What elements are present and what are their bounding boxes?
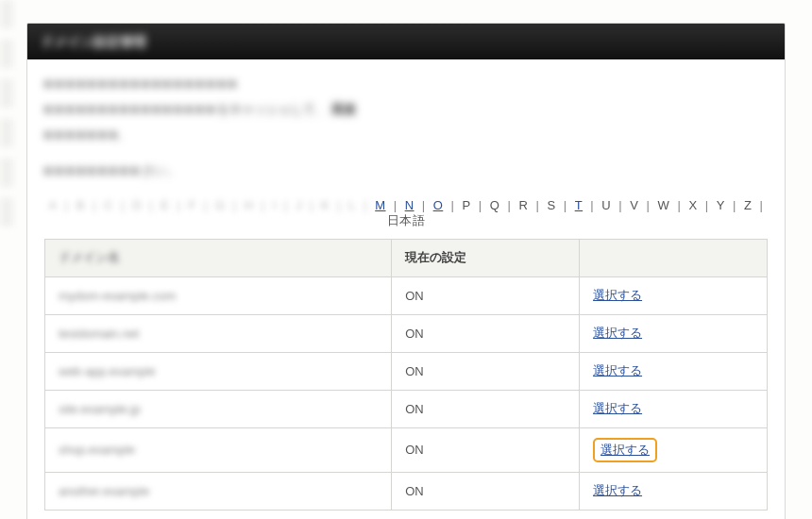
table-header-row: ドメイン名 現在の設定 xyxy=(45,239,768,276)
cell-status: ON xyxy=(392,276,580,314)
alpha-S[interactable]: S xyxy=(545,198,557,212)
alpha-V[interactable]: V xyxy=(628,198,640,212)
cell-action: 選択する xyxy=(580,352,768,390)
cell-domain: testdomain.net xyxy=(45,314,392,352)
alpha-J: J xyxy=(294,198,304,212)
alpha-Y[interactable]: Y xyxy=(715,198,727,212)
cell-domain: mydom-example.com xyxy=(45,276,392,314)
table-row: web-app.exampleON選択する xyxy=(45,352,768,390)
cell-domain: another.example xyxy=(45,472,392,510)
desc-line-2: ■ ■ ■ ■ ■ ■ ■ ■ ■ ■ ■ ■ ■ ■ ■ ■ をキャッシュして… xyxy=(44,100,768,120)
cell-status: ON xyxy=(392,352,580,390)
col-header-status: 現在の設定 xyxy=(392,239,580,276)
alpha-B: B xyxy=(75,198,87,212)
desc-line-1: ■ ■ ■ ■ ■ ■ ■ ■ ■ ■ ■ ■ ■ ■ ■ ■ ■ ■ xyxy=(44,75,768,94)
alpha-日本語[interactable]: 日本語 xyxy=(385,213,428,227)
table-row: shop.exampleON選択する xyxy=(45,427,768,472)
alpha-E: E xyxy=(159,198,171,212)
table-row: site.example.jpON選択する xyxy=(45,390,768,427)
alpha-K: K xyxy=(319,198,331,212)
col-header-domain: ドメイン名 xyxy=(45,239,392,276)
cell-action: 選択する xyxy=(580,427,768,472)
select-link[interactable]: 選択する xyxy=(593,363,642,377)
alpha-X[interactable]: X xyxy=(686,198,699,212)
select-link[interactable]: 選択する xyxy=(593,483,642,497)
domains-table: ドメイン名 現在の設定 mydom-example.comON選択するtestd… xyxy=(44,239,768,511)
alpha-H: H xyxy=(243,198,256,212)
alpha-Z[interactable]: Z xyxy=(742,198,753,212)
desc-line-3: ■ ■ ■ ■ ■ ■ ■。 xyxy=(44,126,768,145)
alpha-O[interactable]: O xyxy=(431,198,446,212)
alpha-Q[interactable]: Q xyxy=(488,198,502,212)
cell-domain: site.example.jp xyxy=(45,390,392,427)
cell-status: ON xyxy=(392,427,580,472)
alpha-G: G xyxy=(213,198,228,212)
cell-action: 選択する xyxy=(580,276,768,314)
alpha-R[interactable]: R xyxy=(516,198,530,212)
alpha-I: I xyxy=(271,198,279,212)
select-link[interactable]: 選択する xyxy=(593,326,642,340)
card-title: ドメイン設定管理 xyxy=(27,24,785,59)
table-row: mydom-example.comON選択する xyxy=(45,276,768,314)
cell-domain: shop.example xyxy=(45,427,392,472)
alpha-T[interactable]: T xyxy=(573,198,584,212)
cell-action: 選択する xyxy=(580,472,768,510)
card-body: ■ ■ ■ ■ ■ ■ ■ ■ ■ ■ ■ ■ ■ ■ ■ ■ ■ ■ ■ ■ … xyxy=(27,59,785,519)
cell-status: ON xyxy=(392,390,580,427)
alpha-W[interactable]: W xyxy=(656,198,672,212)
page-root: ドメイン設定管理 ■ ■ ■ ■ ■ ■ ■ ■ ■ ■ ■ ■ ■ ■ ■ ■… xyxy=(0,0,812,519)
select-link[interactable]: 選択する xyxy=(601,443,650,457)
cell-domain: web-app.example xyxy=(45,352,392,390)
alpha-N[interactable]: N xyxy=(403,198,416,212)
cell-status: ON xyxy=(392,314,580,352)
alpha-D: D xyxy=(130,198,144,212)
table-body: mydom-example.comON選択するtestdomain.netON選… xyxy=(45,276,768,510)
alpha-L: L xyxy=(347,198,358,212)
cell-action: 選択する xyxy=(580,314,768,352)
cell-action: 選択する xyxy=(580,390,768,427)
alpha-index-nav: A | B | C | D | E | F | G | H | I | J | … xyxy=(44,198,768,229)
alpha-U[interactable]: U xyxy=(600,198,613,212)
table-row: testdomain.netON選択する xyxy=(45,314,768,352)
alpha-A: A xyxy=(47,198,59,212)
table-row: another.exampleON選択する xyxy=(45,472,768,510)
select-link[interactable]: 選択する xyxy=(593,288,642,302)
highlight-ring: 選択する xyxy=(593,438,657,462)
col-header-action xyxy=(580,239,768,276)
settings-card: ドメイン設定管理 ■ ■ ■ ■ ■ ■ ■ ■ ■ ■ ■ ■ ■ ■ ■ ■… xyxy=(26,23,786,519)
alpha-P[interactable]: P xyxy=(460,198,472,212)
alpha-M[interactable]: M xyxy=(373,198,387,212)
alpha-C: C xyxy=(102,198,115,212)
instruction-line: ■ ■ ■ ■ ■ ■ ■ ■ ■ さい。 xyxy=(44,162,768,179)
select-link[interactable]: 選択する xyxy=(593,401,642,415)
cell-status: ON xyxy=(392,472,580,510)
alpha-F: F xyxy=(186,198,197,212)
